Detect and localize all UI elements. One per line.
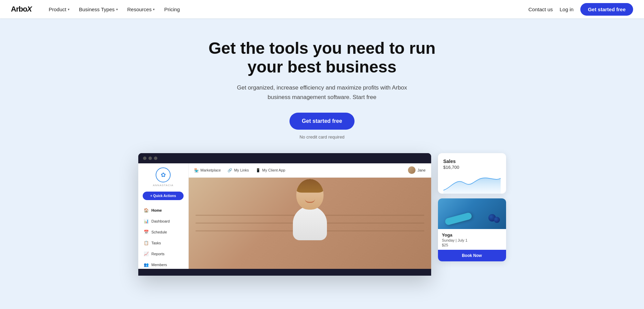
link-icon: 🔗 [227,168,232,173]
hero-subtitle: Get organized, increase efficiency and m… [234,83,411,101]
topbar-marketplace[interactable]: 🏪 Marketplace [194,168,221,173]
home-icon: 🏠 [144,208,149,213]
app-sidebar: ✿ ANNASTACIA + Quick Actions 🏠 Home 📊 Da… [138,163,189,269]
app-user[interactable]: Jane [408,166,426,174]
mobile-icon: 📱 [256,168,261,173]
nav-links: Product ▾ Business Types ▾ Resources ▾ P… [45,4,529,14]
person-head [296,179,324,210]
sales-label: Sales [443,159,501,164]
nav-business-types[interactable]: Business Types ▾ [76,4,121,14]
nav-resources[interactable]: Resources ▾ [124,4,158,14]
app-hero-image [189,178,431,269]
browser-inner: ✿ ANNASTACIA + Quick Actions 🏠 Home 📊 Da… [138,163,431,269]
sidebar-nav: 🏠 Home 📊 Dashboard 📅 Schedule 📋 Tasks [138,205,188,270]
sales-card: Sales $16,700 [438,153,506,194]
navbar: ArboX Product ▾ Business Types ▾ Resourc… [0,0,644,18]
browser-bar [138,153,431,163]
nav-pricing[interactable]: Pricing [161,4,183,14]
sidebar-item-dashboard[interactable]: 📊 Dashboard [138,216,188,227]
hero-title: Get the tools you need to run your best … [203,39,441,76]
yoga-mat [444,212,472,226]
get-started-nav-button[interactable]: Get started free [580,3,633,16]
sidebar-item-home[interactable]: 🏠 Home [138,205,188,216]
browser-dot-1 [143,157,146,160]
browser-mockup: ✿ ANNASTACIA + Quick Actions 🏠 Home 📊 Da… [138,153,431,276]
app-topbar-nav: 🏪 Marketplace 🔗 My Links 📱 My Client App [194,168,285,173]
person-smile [305,199,315,203]
quick-actions-button[interactable]: + Quick Actions [143,192,184,200]
yoga-price: $25 [442,243,502,247]
sidebar-item-tasks[interactable]: 📋 Tasks [138,238,188,248]
sidebar-item-members[interactable]: 👥 Members [138,259,188,270]
app-main: 🏪 Marketplace 🔗 My Links 📱 My Client App [189,163,431,269]
tasks-icon: 📋 [144,241,149,245]
hero-cta-button[interactable]: Get started free [289,113,354,130]
nav-product[interactable]: Product ▾ [45,4,73,14]
yoga-date: Sunday | July 1 [442,238,502,242]
yoga-image [438,198,506,229]
logo[interactable]: ArboX [11,5,32,14]
yoga-info: Yoga Sunday | July 1 $25 [438,229,506,247]
sidebar-item-schedule[interactable]: 📅 Schedule [138,227,188,238]
avatar [408,166,415,174]
reports-icon: 📈 [144,251,149,256]
chevron-down-icon: ▾ [68,7,69,11]
right-cards: Sales $16,700 [438,153,506,261]
person-illustration [283,179,337,267]
browser-dot-3 [154,157,157,160]
hero-section: Get the tools you need to run your best … [0,18,644,140]
chevron-down-icon: ▾ [153,7,155,11]
sales-chart [443,173,501,194]
browser-dot-2 [148,157,152,160]
navbar-right: Contact us Log in Get started free [529,3,633,16]
book-now-button[interactable]: Book Now [438,250,506,261]
demo-section: ✿ ANNASTACIA + Quick Actions 🏠 Home 📊 Da… [101,140,544,276]
schedule-icon: 📅 [144,230,149,234]
sidebar-logo-area: ✿ ANNASTACIA [153,167,174,187]
sidebar-brand-name: ANNASTACIA [153,184,174,187]
sidebar-item-reports[interactable]: 📈 Reports [138,248,188,259]
chevron-down-icon: ▾ [116,7,118,11]
person-body [293,206,327,240]
yoga-ball-2 [494,217,500,223]
contact-us-link[interactable]: Contact us [529,6,553,12]
app-topbar: 🏪 Marketplace 🔗 My Links 📱 My Client App [189,163,431,178]
topbar-my-links[interactable]: 🔗 My Links [227,168,249,173]
yoga-title: Yoga [442,232,502,238]
marketplace-icon: 🏪 [194,168,199,173]
topbar-client-app[interactable]: 📱 My Client App [256,168,285,173]
no-credit-card-text: No credit card required [299,134,344,140]
person-hair [296,179,324,193]
login-link[interactable]: Log in [560,6,574,12]
members-icon: 👥 [144,262,149,267]
dashboard-icon: 📊 [144,219,149,224]
sales-amount: $16,700 [443,165,501,170]
yoga-card: Yoga Sunday | July 1 $25 Book Now [438,198,506,261]
sidebar-logo-icon: ✿ [156,167,171,182]
